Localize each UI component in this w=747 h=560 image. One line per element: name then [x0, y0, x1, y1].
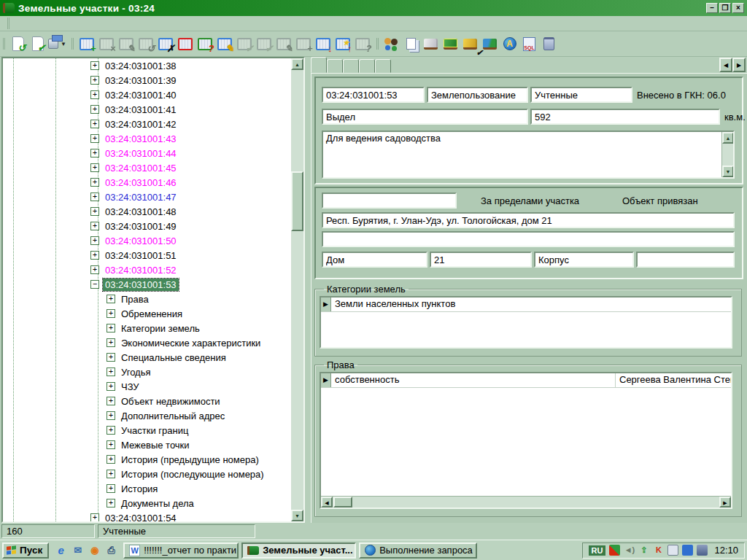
start-button[interactable]: Пуск [2, 542, 49, 559]
expander-icon[interactable]: + [90, 163, 99, 172]
tree-item[interactable]: + История (последующие номера) [3, 467, 291, 481]
delete-record-icon[interactable] [96, 34, 116, 54]
scrollbar-thumb[interactable] [291, 171, 303, 231]
cadastre-book-icon[interactable] [441, 34, 460, 54]
menu-item[interactable] [12, 17, 24, 31]
tree-item[interactable]: + Экономические характеристики [3, 335, 291, 350]
restore-button[interactable] [719, 3, 731, 13]
tree-item[interactable]: + 03:24:031001:42 [3, 117, 291, 131]
land-use-field[interactable] [427, 87, 528, 103]
tab[interactable] [359, 59, 375, 73]
task-land-parcels[interactable]: Земельные участ... [241, 542, 356, 559]
expander-icon[interactable]: + [107, 309, 115, 318]
tree-item[interactable]: + Дополнительный адрес [3, 408, 291, 423]
expander-icon[interactable]: + [90, 513, 99, 521]
tab-scroll-right-icon[interactable] [732, 58, 746, 72]
expander-icon[interactable]: + [107, 411, 115, 420]
menu-item[interactable] [71, 17, 82, 31]
close-button[interactable] [732, 3, 744, 13]
expander-icon[interactable]: + [90, 120, 99, 128]
tree-item[interactable]: + 03:24:031001:49 [3, 219, 291, 233]
tree-item[interactable]: + 03:24:031001:54 [3, 510, 291, 521]
corpus-label-field[interactable] [534, 252, 634, 268]
tree-item[interactable]: + Документы дела [3, 496, 291, 510]
tab[interactable] [375, 59, 391, 73]
sync-icon[interactable] [697, 545, 708, 556]
expander-icon[interactable]: + [90, 207, 99, 216]
verified-book-icon[interactable] [460, 34, 480, 54]
media-player-icon[interactable]: ◉ [88, 544, 101, 556]
tree-item[interactable]: + 03:24:031001:51 [3, 248, 291, 262]
right-type-cell[interactable]: собственность [331, 373, 616, 387]
scroll-down-icon[interactable] [291, 510, 303, 521]
tree-item[interactable]: + 03:24:031001:43 [3, 131, 291, 146]
approve-alt-icon[interactable] [254, 34, 274, 54]
address-field[interactable] [322, 212, 735, 228]
grid-row[interactable]: собственность Сергеева Валентина Степа [321, 373, 731, 388]
expander-icon[interactable]: + [107, 426, 115, 435]
tab[interactable] [311, 57, 327, 73]
tree-item[interactable]: + 03:24:031001:50 [3, 233, 291, 248]
tree-item[interactable]: + 03:24:031001:44 [3, 146, 291, 160]
right-owner-cell[interactable]: Сергеева Валентина Степа [616, 373, 731, 387]
tree-item[interactable]: + Межевые точки [3, 438, 291, 452]
expander-icon[interactable]: + [107, 455, 115, 464]
expander-icon[interactable]: + [90, 265, 99, 274]
tree-item[interactable]: + Права [3, 292, 291, 306]
tree-item[interactable]: + Специальные сведения [3, 350, 291, 365]
textarea-scrollbar[interactable] [721, 132, 733, 177]
landmark-field[interactable] [322, 192, 457, 209]
scroll-left-icon[interactable] [321, 497, 333, 508]
ie-icon[interactable]: e [55, 544, 67, 556]
book-icon[interactable] [421, 34, 441, 54]
expander-icon[interactable]: + [90, 222, 99, 230]
corpus-number-field[interactable] [636, 252, 735, 268]
task-word-document[interactable]: W !!!!!!!_отчет по практи... [123, 542, 239, 559]
expander-icon[interactable]: − [90, 280, 99, 289]
restore-record-icon[interactable] [136, 34, 155, 54]
category-cell[interactable]: Земли населенных пунктов [331, 298, 459, 311]
task-query-execution[interactable]: Выполнение запроса [359, 542, 477, 559]
parcel-type-field[interactable] [322, 109, 528, 125]
tree-item[interactable]: + Угодья [3, 365, 291, 379]
redo-icon[interactable] [352, 34, 372, 54]
purpose-textarea[interactable]: Для ведения садоводства [322, 131, 735, 179]
tree-vertical-scrollbar[interactable] [291, 58, 303, 521]
map-book-icon[interactable] [480, 34, 500, 54]
expander-icon[interactable]: + [90, 236, 99, 245]
edit-record-icon[interactable] [116, 34, 136, 54]
add-record-icon[interactable] [77, 34, 96, 54]
house-label-field[interactable] [322, 252, 427, 268]
rights-horizontal-scrollbar[interactable] [321, 496, 731, 508]
expander-icon[interactable]: + [107, 440, 115, 449]
copy-icon[interactable] [401, 34, 421, 54]
tree-item[interactable]: + ЧЗУ [3, 379, 291, 394]
export-icon[interactable] [333, 34, 352, 54]
sql-icon[interactable]: SQL [519, 34, 539, 54]
menu-item[interactable] [36, 17, 47, 31]
import-icon[interactable] [313, 34, 333, 54]
add-alt-icon[interactable] [293, 34, 313, 54]
scroll-up-icon[interactable] [722, 132, 734, 144]
tree-item[interactable]: + Обременения [3, 306, 291, 321]
expander-icon[interactable]: + [107, 353, 115, 362]
tree-item[interactable]: + 03:24:031001:45 [3, 160, 291, 175]
expander-icon[interactable]: + [107, 295, 115, 303]
tree-item[interactable]: + Участки границ [3, 423, 291, 438]
archive-icon[interactable] [539, 34, 559, 54]
grid-row[interactable]: Земли населенных пунктов [321, 298, 731, 312]
agent-icon[interactable] [609, 545, 620, 556]
expander-icon[interactable]: + [90, 105, 99, 114]
expander-icon[interactable]: + [107, 470, 115, 478]
tree-item[interactable]: + 03:24:031001:48 [3, 204, 291, 219]
kaspersky-icon[interactable]: K [653, 545, 664, 556]
tree-item[interactable]: + 03:24:031001:47 [3, 190, 291, 204]
tab[interactable] [327, 59, 343, 73]
house-number-field[interactable] [430, 252, 532, 268]
expander-icon[interactable]: + [90, 251, 99, 260]
scheduler-icon[interactable] [667, 545, 678, 556]
globe-icon[interactable]: A [500, 34, 519, 54]
expander-icon[interactable]: + [107, 397, 115, 405]
address2-field[interactable] [322, 231, 735, 247]
menu-item[interactable] [24, 17, 36, 31]
